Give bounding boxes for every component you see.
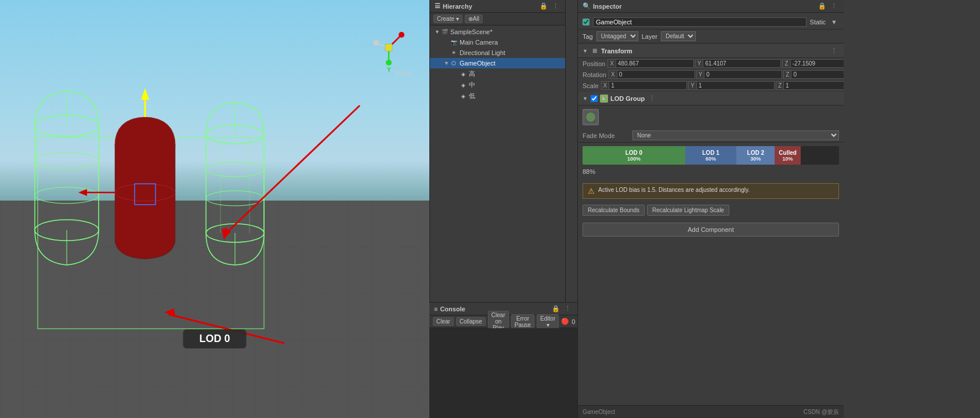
lod-thumbnail [583,109,599,125]
hierarchy-panel: ☰ Hierarchy 🔒 ⋮ Create ▾ ⊕All ▼ 🎬 Sample… [429,0,566,302]
inspector-bottom-right: CSDN @胶辰 [804,408,839,416]
console-editor-btn[interactable]: Editor ▾ [537,314,559,329]
console-title: Console [440,306,465,312]
fade-mode-label: Fade Mode [583,132,629,139]
rot-x-input[interactable] [617,71,695,78]
gizmo-compass: Y [373,32,404,73]
warning-icon: ⚠ [588,187,595,195]
lod-warning-box: ⚠ Active LOD bias is 1.5. Distances are … [583,183,839,199]
svg-point-21 [206,191,264,206]
hierarchy-menu-btn[interactable]: ⋮ [551,2,560,10]
scene-view: Gizmos ⊕All [0,0,429,418]
lod-percentage-row: 88% [583,167,839,176]
tag-label: Tag [583,33,593,40]
pos-y-input[interactable] [703,60,780,67]
hierarchy-item-low[interactable]: ◈ 低 [430,90,565,101]
lod0-segment[interactable]: LOD 0 100% [583,146,685,165]
rot-y-input[interactable] [704,71,782,78]
culled-segment[interactable]: Culled 10% [775,146,800,165]
warning-text: Active LOD bias is 1.5. Distances are ad… [598,187,750,193]
culled-label: Culled [779,150,797,156]
fade-mode-select[interactable]: None [632,130,839,140]
inspector-bottom-label: GameObject [583,409,615,415]
hierarchy-all-btn[interactable]: ⊕All [465,14,483,23]
lodgroup-enable-checkbox[interactable] [591,95,598,102]
scale-x-input[interactable] [609,82,686,89]
transform-expand-arrow: ▼ [583,48,588,54]
project-console-area: 📁 Project 🔒 ⋮ Create ▾ ▼ 📁 Assets [429,302,577,418]
transform-menu-btn[interactable]: ⋮ [829,46,839,55]
layer-select[interactable]: Default [661,31,696,41]
static-dropdown-btn[interactable]: ▼ [829,18,839,26]
hierarchy-item-gameobject[interactable]: ▼ ⬡ GameObject [430,58,565,68]
console-errorpause-btn[interactable]: Error Pause [511,314,534,329]
position-fields: X Y Z [607,59,844,68]
mesh-icon-mid: ◈ [459,81,467,89]
expand-arrow-scene: ▼ [435,29,440,35]
console-menu-btn[interactable]: ⋮ [563,304,573,313]
gameobject-title-row: Static ▼ [578,15,844,30]
svg-marker-25 [78,189,87,196]
transform-title: Transform [601,48,827,54]
svg-point-36 [386,60,392,66]
lodgroup-section-header[interactable]: ▼ L LOD Group ⋮ [578,91,844,106]
rotation-row: Rotation X Y Z [578,69,844,80]
lod1-segment[interactable]: LOD 1 60% [685,146,736,165]
add-component-btn[interactable]: Add Component [583,223,839,237]
transform-section-header[interactable]: ▼ ⊞ Transform ⋮ [578,43,844,58]
hierarchy-item-maincamera[interactable]: 📷 Main Camera [430,37,565,48]
mesh-icon-low: ◈ [459,92,467,100]
lodgroup-menu-btn[interactable]: ⋮ [647,94,657,103]
lod-object-right [206,103,264,265]
inspector-title: Inspector [593,3,622,10]
svg-rect-37 [385,44,392,51]
lod-bar[interactable]: LOD 0 100% LOD 1 60% LOD 2 30% Culled 10… [583,146,839,165]
hierarchy-item-high[interactable]: ◈ 高 [430,68,565,79]
gameobject-icon: ⬡ [450,59,458,67]
svg-point-32 [399,32,404,38]
static-badge: Static [810,19,826,26]
scale-y-input[interactable] [697,82,774,89]
error-icon: 🔴 [561,318,569,325]
rot-z-input[interactable] [791,71,844,78]
dir-light-label: Directional Light [460,49,505,56]
inspector-lock-btn[interactable]: 🔒 [816,2,828,10]
scale-x-label: X [602,82,610,89]
console-icon: ≡ [434,306,437,312]
inspector-menu-btn[interactable]: ⋮ [829,2,839,10]
scale-z-field: Z [776,81,844,90]
hierarchy-icon: ☰ [435,2,440,10]
svg-point-5 [35,187,99,203]
gameobject-active-checkbox[interactable] [583,19,590,26]
console-clear-btn[interactable]: Clear [433,317,454,326]
inspector-content: Static ▼ Tag Untagged Layer Default ▼ ⊞ … [578,13,844,405]
lod2-segment[interactable]: LOD 2 30% [736,146,775,165]
recalculate-bounds-btn[interactable]: Recalculate Bounds [583,205,645,216]
console-collapse-btn[interactable]: Collapse [456,317,486,326]
pos-z-label: Z [783,60,790,67]
lod0-pct: 100% [627,156,641,162]
hierarchy-scene-root[interactable]: ▼ 🎬 SampleScene* [430,27,565,37]
expand-arrow-go: ▼ [444,60,450,66]
hierarchy-item-dirlight[interactable]: ☀ Directional Light [430,48,565,58]
hierarchy-lock-btn[interactable]: 🔒 [538,2,549,10]
tag-layer-row: Tag Untagged Layer Default [578,30,844,43]
lod-bar-container: LOD 0 100% LOD 1 60% LOD 2 30% Culled 10… [578,143,844,180]
tag-select[interactable]: Untagged [596,31,638,41]
hierarchy-item-mid[interactable]: ◈ 中 [430,79,565,90]
hierarchy-create-btn[interactable]: Create ▾ [433,14,462,23]
svg-point-20 [206,162,264,177]
hierarchy-content: ▼ 🎬 SampleScene* 📷 Main Camera ☀ Directi… [430,26,565,302]
console-toolbar: Clear Collapse Clear on Play Error Pause… [429,315,577,328]
gameobject-name-input[interactable] [593,17,807,27]
scale-z-input[interactable] [784,82,844,89]
pos-z-input[interactable] [791,60,844,67]
svg-point-34 [373,40,379,46]
rot-y-field: Y [696,70,783,79]
pos-x-input[interactable] [616,60,693,67]
rot-z-label: Z [784,71,791,78]
console-lock-btn[interactable]: 🔒 [550,304,562,313]
lod-bar-empty [801,146,839,165]
inspector-icon: 🔍 [583,2,591,10]
recalculate-lightmap-btn[interactable]: Recalculate Lightmap Scale [647,205,729,216]
